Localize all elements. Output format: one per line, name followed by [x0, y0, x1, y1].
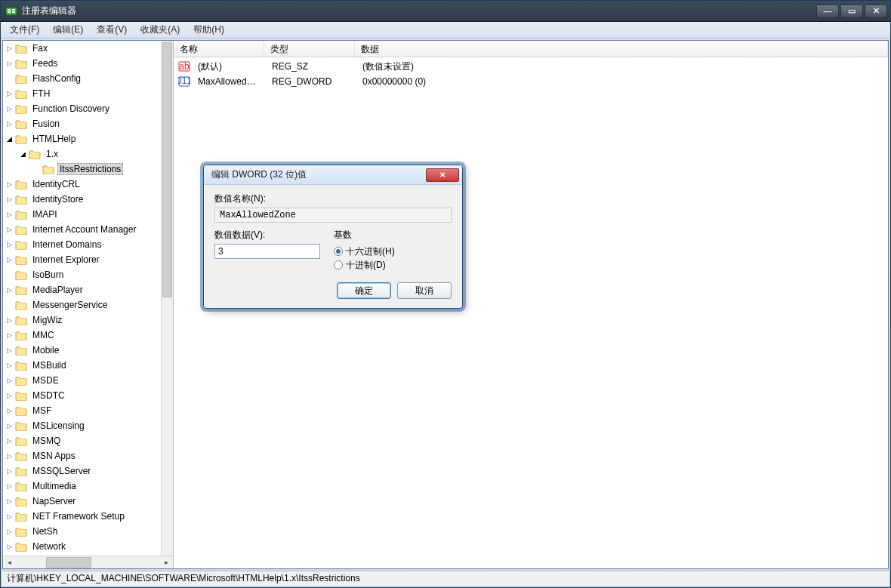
tree-viewport[interactable]: ▷Fax▷FeedsFlashConfig▷FTH▷Function Disco… [3, 41, 173, 556]
tree-item-label: MSF [30, 405, 54, 417]
tree-item[interactable]: ▷MediaPlayer [3, 282, 161, 297]
menu-edit[interactable]: 编辑(E) [47, 22, 89, 38]
dialog-cancel-button[interactable]: 取消 [397, 282, 452, 299]
close-button[interactable]: ✕ [865, 5, 887, 18]
expand-icon[interactable]: ▷ [5, 44, 14, 53]
tree-horizontal-scrollbar[interactable]: ◄ ► [3, 556, 173, 568]
expand-icon[interactable]: ▷ [5, 240, 14, 249]
expand-icon[interactable]: ▷ [5, 316, 14, 325]
expand-icon[interactable]: ▷ [5, 391, 14, 400]
tree-item[interactable]: ▷Fusion [3, 116, 161, 131]
expand-icon[interactable]: ▷ [5, 436, 14, 445]
tree-hscroll-thumb[interactable] [46, 557, 91, 568]
expand-icon[interactable]: ▷ [5, 346, 14, 355]
expand-icon[interactable]: ▷ [5, 451, 14, 460]
tree-item[interactable]: ▷MSSQLServer [3, 463, 161, 479]
expand-icon[interactable]: ▷ [5, 104, 14, 113]
value-data-input[interactable] [214, 244, 320, 259]
tree-item[interactable]: ▷MSDTC [3, 388, 161, 403]
expand-icon[interactable]: ▷ [5, 376, 14, 385]
tree-item[interactable]: ▷Network [3, 539, 161, 554]
menu-view[interactable]: 查看(V) [91, 22, 133, 38]
tree-item[interactable]: ▷MSBuild [3, 358, 161, 373]
tree-item[interactable]: MessengerService [3, 297, 161, 312]
tree-item[interactable]: ▷NetSh [3, 524, 161, 539]
expand-icon[interactable]: ▷ [5, 406, 14, 415]
menu-file[interactable]: 文件(F) [4, 22, 45, 38]
tree-item[interactable]: FlashConfig [3, 71, 161, 86]
tree-item[interactable]: ▷MSLicensing [3, 418, 161, 433]
radio-hex-dot[interactable] [334, 247, 343, 256]
tree-item[interactable]: ◢HTMLHelp [3, 131, 161, 146]
tree-item[interactable]: ▷MSN Apps [3, 448, 161, 463]
radio-hex[interactable]: 十六进制(H) [334, 245, 452, 258]
tree-item[interactable]: ▷IMAPI [3, 207, 161, 222]
expand-icon[interactable]: ▷ [5, 180, 14, 189]
tree-hscroll-right[interactable]: ► [160, 557, 173, 568]
dialog-close-button[interactable]: ✕ [426, 168, 459, 182]
expand-icon[interactable]: ▷ [5, 512, 14, 521]
expand-icon[interactable]: ▷ [5, 119, 14, 128]
tree-item[interactable]: ▷MigWiz [3, 312, 161, 328]
tree-item[interactable]: ▷NET Framework Setup [3, 509, 161, 524]
tree-item[interactable]: ▷Internet Account Manager [3, 222, 161, 237]
expand-collapse-icon[interactable]: ◢ [18, 149, 27, 159]
expand-icon[interactable]: ▷ [5, 331, 14, 340]
expand-collapse-icon[interactable]: ◢ [5, 134, 14, 143]
tree-vscroll-thumb[interactable] [162, 42, 172, 297]
list-header[interactable]: 名称 类型 数据 [174, 41, 888, 57]
tree-item[interactable]: ▷MMC [3, 328, 161, 343]
expand-icon[interactable]: ▷ [5, 89, 14, 98]
tree-item[interactable]: ▷IdentityCRL [3, 177, 161, 192]
expand-icon[interactable]: ▷ [5, 285, 14, 294]
dialog-titlebar[interactable]: 编辑 DWORD (32 位)值 ✕ [204, 165, 462, 185]
col-type[interactable]: 类型 [264, 41, 355, 57]
maximize-button[interactable]: ▭ [840, 5, 863, 18]
tree-item[interactable]: ▷Internet Domains [3, 237, 161, 252]
expand-icon[interactable]: ▷ [5, 255, 14, 264]
list-row[interactable]: 011MaxAllowedZo...REG_DWORD0x00000000 (0… [174, 74, 888, 89]
tree-item[interactable]: ▷MSDE [3, 373, 161, 388]
tree-hscroll-left[interactable]: ◄ [3, 557, 16, 568]
minimize-button[interactable]: — [816, 5, 839, 18]
expand-icon[interactable]: ▷ [5, 210, 14, 219]
menu-favorites[interactable]: 收藏夹(A) [134, 22, 186, 38]
expand-icon[interactable]: ▷ [5, 527, 14, 536]
tree-item-label: FlashConfig [30, 72, 83, 85]
expand-icon[interactable]: ▷ [5, 466, 14, 476]
tree-item[interactable]: ItssRestrictions [3, 162, 161, 177]
menu-help[interactable]: 帮助(H) [187, 22, 230, 38]
tree-item[interactable]: ▷Multimedia [3, 479, 161, 494]
titlebar[interactable]: 注册表编辑器 — ▭ ✕ [1, 1, 890, 22]
col-data[interactable]: 数据 [355, 41, 888, 57]
tree-vertical-scrollbar[interactable] [161, 41, 173, 556]
expand-icon[interactable]: ▷ [5, 195, 14, 204]
dialog-ok-button[interactable]: 确定 [337, 282, 391, 299]
expand-icon[interactable]: ▷ [5, 482, 14, 491]
tree-item[interactable]: ▷NapServer [3, 494, 161, 509]
tree-item[interactable]: ▷Mobile [3, 343, 161, 358]
tree-item[interactable]: ▷Fax [3, 41, 161, 56]
expand-icon[interactable]: ▷ [5, 497, 14, 506]
list-body[interactable]: ab(默认)REG_SZ(数值未设置)011MaxAllowedZo...REG… [174, 57, 888, 568]
tree-item[interactable]: ▷Function Discovery [3, 101, 161, 116]
expand-icon[interactable]: ▷ [5, 225, 14, 234]
tree-item[interactable]: ▷Feeds [3, 56, 161, 71]
list-row[interactable]: ab(默认)REG_SZ(数值未设置) [174, 59, 888, 74]
expand-icon[interactable]: ▷ [5, 542, 14, 551]
tree-item[interactable]: ◢1.x [3, 146, 161, 162]
folder-icon [15, 254, 27, 265]
tree-item[interactable]: ▷MSMQ [3, 433, 161, 448]
tree-item[interactable]: ▷MSF [3, 403, 161, 418]
expand-icon[interactable]: ▷ [5, 421, 14, 430]
radio-dec-dot[interactable] [334, 260, 343, 269]
col-name[interactable]: 名称 [174, 41, 264, 57]
expand-icon[interactable]: ▷ [5, 361, 14, 370]
tree-item[interactable]: IsoBurn [3, 267, 161, 282]
tree-item[interactable]: ▷Internet Explorer [3, 252, 161, 267]
tree-item[interactable]: ▷IdentityStore [3, 192, 161, 207]
tree-item[interactable]: ▷FTH [3, 86, 161, 101]
tree-item-label: IMAPI [30, 208, 60, 220]
radio-dec[interactable]: 十进制(D) [334, 258, 452, 272]
expand-icon[interactable]: ▷ [5, 59, 14, 68]
